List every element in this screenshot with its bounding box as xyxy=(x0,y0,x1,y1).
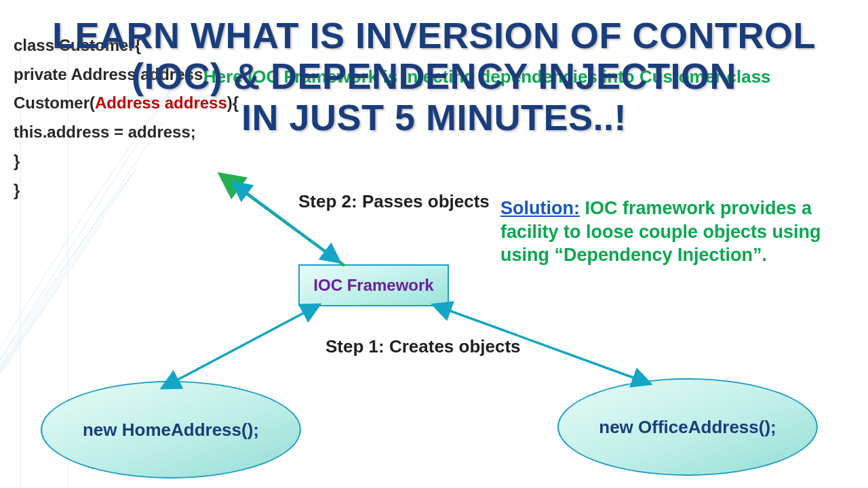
code-line-3a: Customer( xyxy=(14,94,95,112)
ioc-framework-node: IOC Framework xyxy=(298,264,449,306)
code-line-5: } xyxy=(14,152,20,170)
code-line-4: this.address = address; xyxy=(14,123,196,141)
code-line-3c: ){ xyxy=(227,94,239,112)
office-address-label: new OfficeAddress(); xyxy=(599,417,776,438)
ioc-framework-label: IOC Framework xyxy=(313,276,433,295)
code-line-6: } xyxy=(14,181,20,199)
arrow-step2-green xyxy=(221,175,344,266)
code-line-3b-param: Address address xyxy=(95,94,227,112)
step-1-label: Step 1: Creates objects xyxy=(326,336,521,357)
code-block: class Customer{ private Address address;… xyxy=(14,31,239,205)
office-address-node: new OfficeAddress(); xyxy=(557,378,818,476)
solution-label: Solution: xyxy=(500,198,580,218)
code-line-1: class Customer{ xyxy=(14,36,141,54)
code-line-2: private Address address; xyxy=(14,65,208,83)
title-line-3: IN JUST 5 MINUTES..! xyxy=(241,97,627,138)
svg-line-4 xyxy=(0,285,61,488)
step-2-label: Step 2: Passes objects xyxy=(298,191,490,212)
home-address-label: new HomeAddress(); xyxy=(83,420,259,441)
slide-canvas: class Customer{ private Address address;… xyxy=(0,0,868,488)
svg-line-5 xyxy=(0,346,20,488)
solution-text: Solution: IOC framework provides a facil… xyxy=(500,197,853,267)
arrow-to-home-address xyxy=(163,305,319,388)
home-address-node: new HomeAddress(); xyxy=(41,381,301,479)
injection-caption: Here IOC Framework is injecting dependen… xyxy=(203,66,771,87)
